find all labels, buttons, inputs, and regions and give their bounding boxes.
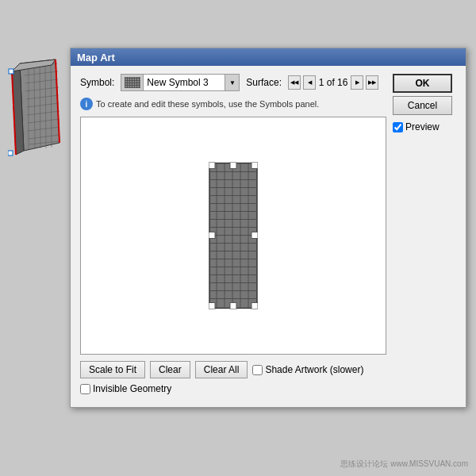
svg-rect-50 <box>251 232 258 239</box>
cancel-button[interactable]: Cancel <box>393 96 452 115</box>
svg-rect-53 <box>251 303 258 309</box>
svg-rect-46 <box>209 163 215 169</box>
dialog-titlebar: Map Art <box>71 48 466 66</box>
clear-all-button[interactable]: Clear All <box>195 361 248 378</box>
surface-count: 1 of 16 <box>318 77 348 88</box>
canvas-area <box>80 117 386 355</box>
canvas-symbol <box>209 163 258 309</box>
info-text: To create and edit these symbols, use th… <box>96 99 319 109</box>
prev-icon: ◀ <box>308 79 312 86</box>
dialog-map-art: Map Art Symbol: New Symbol 3 ▼ <box>70 48 466 408</box>
watermark: 思练设计论坛 www.MISSVUAN.com <box>340 459 468 470</box>
next-icon: ▶ <box>355 79 359 86</box>
svg-rect-47 <box>230 163 236 169</box>
svg-rect-52 <box>230 303 236 309</box>
invisible-geometry-text: Invisible Geometry <box>93 383 171 394</box>
symbol-preview-icon <box>125 77 140 88</box>
svg-rect-49 <box>209 232 215 239</box>
preview-text: Preview <box>405 121 440 132</box>
surface-label: Surface: <box>246 77 282 88</box>
symbol-dropdown[interactable]: New Symbol 3 ▼ <box>121 74 240 91</box>
info-row: i To create and edit these symbols, use … <box>80 98 386 110</box>
info-icon: i <box>80 98 93 110</box>
preview-checkbox[interactable] <box>393 122 403 132</box>
surface-next-button[interactable]: ▶ <box>351 75 363 90</box>
invisible-geometry-checkbox[interactable] <box>80 384 90 394</box>
3d-object <box>8 56 63 151</box>
clear-button[interactable]: Clear <box>150 361 190 378</box>
shade-artwork-label[interactable]: Shade Artwork (slower) <box>252 364 363 375</box>
surface-prev-button[interactable]: ◀ <box>303 75 316 90</box>
first-icon: ◀◀ <box>290 79 298 86</box>
shade-artwork-text: Shade Artwork (slower) <box>265 364 363 375</box>
symbol-text: New Symbol 3 <box>144 77 225 88</box>
dialog-title: Map Art <box>77 52 115 63</box>
svg-rect-21 <box>9 69 13 74</box>
preview-checkbox-label[interactable]: Preview <box>393 121 456 132</box>
bottom-row: Scale to Fit Clear Clear All Shade Artwo… <box>80 361 386 394</box>
invisible-geometry-label[interactable]: Invisible Geometry <box>80 383 171 394</box>
chevron-down-icon: ▼ <box>229 79 236 86</box>
ok-button[interactable]: OK <box>393 74 452 93</box>
symbol-dropdown-arrow[interactable]: ▼ <box>225 75 239 90</box>
last-icon: ▶▶ <box>368 79 376 86</box>
scale-to-fit-button[interactable]: Scale to Fit <box>80 361 145 378</box>
svg-rect-22 <box>8 151 13 155</box>
symbol-label: Symbol: <box>80 77 114 88</box>
surface-first-button[interactable]: ◀◀ <box>288 75 301 90</box>
surface-navigation: ◀◀ ◀ 1 of 16 ▶ ▶▶ <box>288 75 378 90</box>
symbol-preview <box>121 75 144 90</box>
shade-artwork-checkbox[interactable] <box>252 365 263 375</box>
canvas-symbol-wrapper <box>209 163 258 309</box>
svg-rect-51 <box>209 303 215 309</box>
surface-last-button[interactable]: ▶▶ <box>366 75 378 90</box>
svg-rect-48 <box>251 163 258 169</box>
